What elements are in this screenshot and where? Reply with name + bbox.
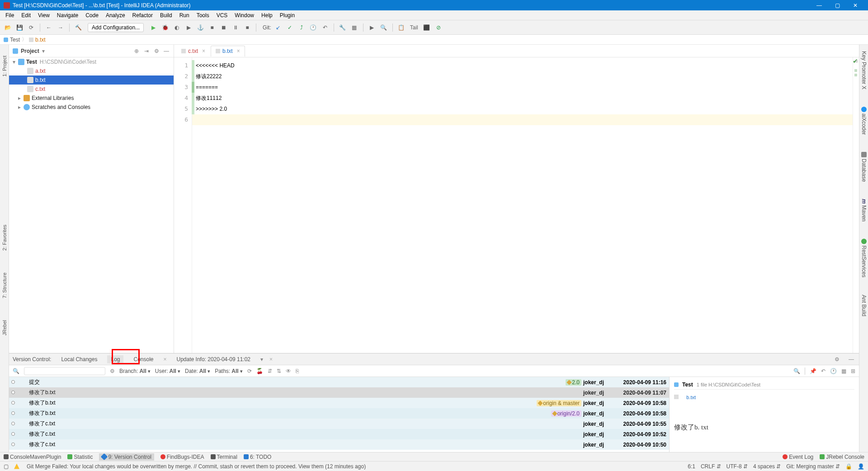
hide-icon[interactable]: —	[847, 356, 855, 363]
annotation-strip[interactable]: ✔ ≡	[853, 57, 859, 353]
scroll-from-source-icon[interactable]: ⊕	[133, 48, 140, 54]
tab-database[interactable]: Database	[860, 150, 868, 184]
status-encoding[interactable]: UTF-8 ⇵	[726, 463, 748, 470]
tree-file-a[interactable]: a.txt	[9, 66, 174, 75]
arrows-icon[interactable]: ⇵	[268, 368, 272, 374]
gear-icon[interactable]: ⚙	[153, 48, 160, 54]
lines-icon[interactable]: ≡	[855, 58, 858, 64]
code-area[interactable]: <<<<<<< HEAD 修该22222 ======= 修改11112 >>>…	[192, 57, 853, 353]
stop-icon[interactable]: ■	[207, 23, 217, 33]
coverage-icon[interactable]: ◐	[172, 23, 182, 33]
settings-icon[interactable]: 🔧	[338, 23, 348, 33]
git-history-icon[interactable]: 🕐	[308, 23, 318, 33]
menu-window[interactable]: Window	[232, 11, 257, 19]
tab-ant-build[interactable]: Ant Build	[860, 293, 868, 318]
breadcrumb-root[interactable]: Test	[10, 37, 20, 43]
bottom-jrebel[interactable]: JRebel Console	[820, 454, 864, 460]
bottom-findbugs[interactable]: FindBugs-IDEA	[160, 454, 204, 460]
tree-scratches[interactable]: ▸ Scratches and Consoles	[9, 103, 174, 112]
close-update-icon[interactable]: ×	[269, 356, 273, 363]
tab-update-info[interactable]: Update Info: 2020-04-09 11:02	[173, 355, 254, 363]
tab-favorites[interactable]: 2: Favorites	[1, 223, 8, 252]
menu-file[interactable]: File	[3, 11, 17, 19]
group-icon[interactable]: ▦	[841, 368, 846, 374]
tail-label[interactable]: Tail	[408, 23, 420, 33]
close-tab-icon[interactable]: ×	[237, 48, 240, 54]
bottom-event-log[interactable]: Event Log	[783, 454, 813, 460]
close-button[interactable]: ✕	[846, 0, 864, 10]
jrebel-run-icon[interactable]: ▶	[367, 23, 377, 33]
git-commit-icon[interactable]: ✓	[285, 23, 295, 33]
tab-c-txt[interactable]: c.txt ×	[177, 46, 210, 57]
commit-row[interactable]: 修改了b.txtjoker_dj2020-04-09 11:07	[9, 387, 669, 398]
save-icon[interactable]: 💾	[14, 23, 24, 33]
tab-aixcoder[interactable]: aiXcoder	[860, 105, 868, 137]
refresh-icon[interactable]: ⟳	[26, 23, 36, 33]
menu-help[interactable]: Help	[259, 11, 275, 19]
menu-build[interactable]: Build	[157, 11, 175, 19]
commit-row[interactable]: 修改了c.txtjoker_dj2020-04-09 10:52	[9, 429, 669, 439]
menu-vcs[interactable]: VCS	[214, 11, 231, 19]
log-search-input[interactable]	[24, 367, 105, 375]
tab-jrebel[interactable]: JRebel	[1, 318, 8, 337]
minimize-button[interactable]: —	[810, 0, 828, 10]
tab-restservices[interactable]: RestServices	[860, 237, 868, 279]
filter-user[interactable]: User: All ▾	[155, 368, 180, 374]
detail-file-row[interactable]: b.txt	[674, 394, 854, 400]
menu-refactor[interactable]: Refactor	[130, 11, 156, 19]
cherry-pick-icon[interactable]: 🍒	[256, 368, 263, 374]
commit-list[interactable]: 提交2.0joker_dj2020-04-09 11:16修改了b.txtjok…	[9, 377, 669, 452]
commit-row[interactable]: 修改了b.txtorigin/2.0joker_dj2020-04-09 10:…	[9, 408, 669, 419]
chevron-down-icon[interactable]: ▾	[260, 356, 263, 363]
chevron-right-icon[interactable]: ▸	[18, 104, 24, 110]
power-icon[interactable]: ⊘	[434, 23, 443, 33]
ann-mark[interactable]	[854, 69, 857, 72]
expand-icon[interactable]: ⊞	[851, 368, 855, 374]
refresh-icon[interactable]: ⟳	[247, 368, 252, 374]
chevron-right-icon[interactable]: ▸	[18, 95, 24, 101]
bottom-version-control[interactable]: 9: Version Control	[99, 453, 154, 461]
debug-icon[interactable]: 🐞	[160, 23, 170, 33]
goto-icon[interactable]: ⎘	[296, 368, 299, 374]
tree-root[interactable]: ▾ Test H:\CSDN\Git\Code\Test	[9, 57, 174, 66]
search-icon[interactable]: 🔍	[379, 23, 389, 33]
tree-external-libs[interactable]: ▸ External Libraries	[9, 94, 174, 103]
status-hat-icon[interactable]: 👤	[858, 463, 864, 470]
regex-icon[interactable]: ⚙	[110, 368, 115, 374]
collapse-icon[interactable]: ⇥	[143, 48, 150, 54]
filter-paths[interactable]: Paths: All ▾	[215, 368, 243, 374]
add-configuration-button[interactable]: Add Configuration...	[88, 23, 144, 32]
bottom-terminal[interactable]: Terminal	[211, 454, 237, 460]
search-toggle-icon[interactable]: 🔍	[793, 368, 800, 374]
status-window-icon[interactable]: ▢	[4, 463, 9, 470]
status-caret-pos[interactable]: 6:1	[688, 463, 695, 470]
tree-file-b[interactable]: b.txt	[9, 75, 174, 85]
hide-icon[interactable]: —	[163, 48, 170, 54]
tab-structure[interactable]: 7: Structure	[1, 271, 8, 300]
breadcrumb-file[interactable]: b.txt	[35, 37, 46, 43]
stop2-icon[interactable]: ■	[242, 23, 252, 33]
git-update-icon[interactable]: ↙	[273, 23, 283, 33]
intellisort-icon[interactable]: ⇅	[277, 368, 281, 374]
pin-icon[interactable]: 📌	[810, 368, 816, 374]
menu-plugin[interactable]: Plugin	[277, 11, 297, 19]
bottom-statistic[interactable]: Statistic	[67, 454, 93, 460]
menu-code[interactable]: Code	[83, 11, 101, 19]
close-tab-icon[interactable]: ×	[202, 48, 205, 54]
tab-maven[interactable]: mMaven	[860, 197, 868, 223]
editor-body[interactable]: 1 2 3 4 5 6 <<<<<<< HEAD 修该22222 =======…	[174, 57, 859, 353]
tab-local-changes[interactable]: Local Changes	[57, 355, 101, 363]
attach-icon[interactable]: ⚓	[195, 23, 205, 33]
tab-log[interactable]: Log	[107, 355, 123, 363]
gear-icon[interactable]: ⚙	[833, 356, 841, 363]
status-lock-icon[interactable]: 🔒	[845, 463, 852, 470]
menu-edit[interactable]: Edit	[19, 11, 33, 19]
clock-icon[interactable]: 🕐	[830, 368, 837, 374]
status-git-branch[interactable]: Git: Merging master ⇵	[786, 463, 840, 470]
ann-mark[interactable]	[854, 74, 857, 76]
run-icon[interactable]: ▶	[148, 23, 158, 33]
commit-row[interactable]: 修改了b.txtorigin & masterjoker_dj2020-04-0…	[9, 398, 669, 408]
filter-branch[interactable]: Branch: All ▾	[119, 368, 151, 374]
git-revert-icon[interactable]: ↶	[320, 23, 330, 33]
menu-navigate[interactable]: Navigate	[54, 11, 81, 19]
